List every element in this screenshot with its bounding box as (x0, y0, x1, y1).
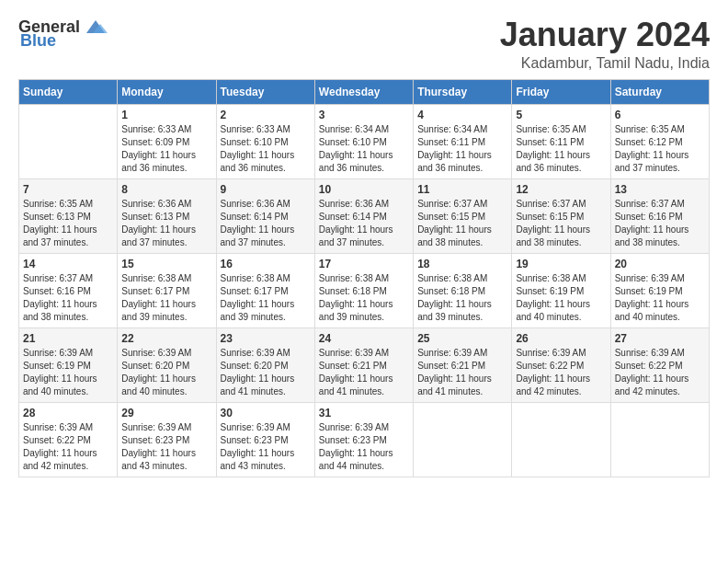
calendar-cell: 12Sunrise: 6:37 AMSunset: 6:15 PMDayligh… (512, 178, 610, 253)
calendar-cell: 23Sunrise: 6:39 AMSunset: 6:20 PMDayligh… (216, 327, 314, 402)
calendar-header-row: SundayMondayTuesdayWednesdayThursdayFrid… (19, 79, 710, 104)
logo-icon (82, 17, 109, 37)
calendar-header-cell: Friday (512, 79, 610, 104)
day-number: 11 (417, 183, 507, 196)
calendar-week-row: 1Sunrise: 6:33 AMSunset: 6:09 PMDaylight… (19, 104, 710, 178)
calendar-header-cell: Tuesday (216, 79, 314, 104)
calendar-cell: 15Sunrise: 6:38 AMSunset: 6:17 PMDayligh… (118, 253, 216, 327)
day-info: Sunrise: 6:37 AMSunset: 6:15 PMDaylight:… (417, 198, 507, 249)
day-number: 24 (319, 332, 409, 345)
day-number: 25 (417, 332, 507, 345)
day-number: 2 (221, 109, 311, 121)
calendar-cell (414, 402, 512, 477)
day-number: 3 (319, 109, 409, 121)
calendar-cell: 31Sunrise: 6:39 AMSunset: 6:23 PMDayligh… (314, 402, 413, 477)
logo-blue-text: Blue (20, 31, 56, 51)
day-info: Sunrise: 6:33 AMSunset: 6:10 PMDaylight:… (221, 123, 311, 175)
calendar-cell (19, 104, 118, 178)
day-info: Sunrise: 6:39 AMSunset: 6:22 PMDaylight:… (23, 421, 113, 473)
calendar-header-cell: Sunday (19, 79, 118, 104)
day-info: Sunrise: 6:38 AMSunset: 6:17 PMDaylight:… (121, 272, 211, 324)
calendar-cell: 29Sunrise: 6:39 AMSunset: 6:23 PMDayligh… (118, 402, 216, 477)
day-number: 31 (319, 407, 409, 419)
day-info: Sunrise: 6:39 AMSunset: 6:23 PMDaylight:… (121, 421, 211, 473)
calendar-cell: 13Sunrise: 6:37 AMSunset: 6:16 PMDayligh… (610, 178, 709, 253)
day-number: 23 (221, 332, 311, 345)
day-number: 30 (221, 407, 311, 419)
day-number: 14 (23, 258, 113, 270)
calendar-cell: 1Sunrise: 6:33 AMSunset: 6:09 PMDaylight… (118, 104, 216, 178)
calendar-cell: 8Sunrise: 6:36 AMSunset: 6:13 PMDaylight… (118, 178, 216, 253)
calendar-cell: 5Sunrise: 6:35 AMSunset: 6:11 PMDaylight… (512, 104, 610, 178)
calendar-cell: 20Sunrise: 6:39 AMSunset: 6:19 PMDayligh… (610, 253, 709, 327)
calendar-cell: 18Sunrise: 6:38 AMSunset: 6:18 PMDayligh… (414, 253, 512, 327)
calendar-cell: 11Sunrise: 6:37 AMSunset: 6:15 PMDayligh… (414, 178, 512, 253)
day-info: Sunrise: 6:37 AMSunset: 6:15 PMDaylight:… (516, 198, 606, 249)
day-info: Sunrise: 6:38 AMSunset: 6:18 PMDaylight:… (417, 272, 507, 324)
day-info: Sunrise: 6:39 AMSunset: 6:23 PMDaylight:… (221, 421, 311, 473)
day-info: Sunrise: 6:37 AMSunset: 6:16 PMDaylight:… (615, 198, 705, 249)
calendar-week-row: 21Sunrise: 6:39 AMSunset: 6:19 PMDayligh… (19, 327, 710, 402)
day-info: Sunrise: 6:38 AMSunset: 6:17 PMDaylight:… (221, 272, 311, 324)
day-info: Sunrise: 6:35 AMSunset: 6:13 PMDaylight:… (23, 198, 113, 249)
calendar-week-row: 7Sunrise: 6:35 AMSunset: 6:13 PMDaylight… (19, 178, 710, 253)
calendar-week-row: 14Sunrise: 6:37 AMSunset: 6:16 PMDayligh… (19, 253, 710, 327)
subtitle: Kadambur, Tamil Nadu, India (500, 55, 710, 72)
page: General Blue January 2024 Kadambur, Tami… (0, 0, 728, 563)
day-info: Sunrise: 6:37 AMSunset: 6:16 PMDaylight:… (23, 272, 113, 324)
calendar-cell: 21Sunrise: 6:39 AMSunset: 6:19 PMDayligh… (19, 327, 118, 402)
calendar-cell: 30Sunrise: 6:39 AMSunset: 6:23 PMDayligh… (216, 402, 314, 477)
day-info: Sunrise: 6:35 AMSunset: 6:12 PMDaylight:… (615, 123, 705, 175)
day-info: Sunrise: 6:39 AMSunset: 6:19 PMDaylight:… (615, 272, 705, 324)
day-info: Sunrise: 6:39 AMSunset: 6:23 PMDaylight:… (319, 421, 409, 473)
calendar-cell (512, 402, 610, 477)
header: General Blue January 2024 Kadambur, Tami… (18, 17, 710, 72)
day-info: Sunrise: 6:34 AMSunset: 6:10 PMDaylight:… (319, 123, 409, 175)
calendar-header-cell: Monday (118, 79, 216, 104)
day-info: Sunrise: 6:35 AMSunset: 6:11 PMDaylight:… (516, 123, 606, 175)
calendar-cell: 4Sunrise: 6:34 AMSunset: 6:11 PMDaylight… (414, 104, 512, 178)
day-info: Sunrise: 6:39 AMSunset: 6:19 PMDaylight:… (23, 347, 113, 398)
day-info: Sunrise: 6:38 AMSunset: 6:18 PMDaylight:… (319, 272, 409, 324)
calendar-cell: 9Sunrise: 6:36 AMSunset: 6:14 PMDaylight… (216, 178, 314, 253)
day-number: 29 (121, 407, 211, 419)
calendar-cell: 10Sunrise: 6:36 AMSunset: 6:14 PMDayligh… (314, 178, 413, 253)
day-number: 6 (615, 109, 705, 121)
day-number: 26 (516, 332, 606, 345)
day-info: Sunrise: 6:36 AMSunset: 6:13 PMDaylight:… (121, 198, 211, 249)
day-info: Sunrise: 6:39 AMSunset: 6:22 PMDaylight:… (615, 347, 705, 398)
day-info: Sunrise: 6:38 AMSunset: 6:19 PMDaylight:… (516, 272, 606, 324)
calendar-cell: 17Sunrise: 6:38 AMSunset: 6:18 PMDayligh… (314, 253, 413, 327)
calendar-cell: 19Sunrise: 6:38 AMSunset: 6:19 PMDayligh… (512, 253, 610, 327)
calendar-cell: 3Sunrise: 6:34 AMSunset: 6:10 PMDaylight… (314, 104, 413, 178)
title-block: January 2024 Kadambur, Tamil Nadu, India (500, 17, 710, 72)
calendar-cell: 26Sunrise: 6:39 AMSunset: 6:22 PMDayligh… (512, 327, 610, 402)
day-number: 10 (319, 183, 409, 196)
calendar-cell: 2Sunrise: 6:33 AMSunset: 6:10 PMDaylight… (216, 104, 314, 178)
calendar-cell: 16Sunrise: 6:38 AMSunset: 6:17 PMDayligh… (216, 253, 314, 327)
main-title: January 2024 (500, 17, 710, 53)
calendar-table: SundayMondayTuesdayWednesdayThursdayFrid… (18, 79, 710, 477)
day-number: 28 (23, 407, 113, 419)
day-number: 20 (615, 258, 705, 270)
day-info: Sunrise: 6:39 AMSunset: 6:21 PMDaylight:… (319, 347, 409, 398)
calendar-cell: 22Sunrise: 6:39 AMSunset: 6:20 PMDayligh… (118, 327, 216, 402)
day-number: 22 (121, 332, 211, 345)
calendar-week-row: 28Sunrise: 6:39 AMSunset: 6:22 PMDayligh… (19, 402, 710, 477)
day-info: Sunrise: 6:39 AMSunset: 6:20 PMDaylight:… (221, 347, 311, 398)
day-info: Sunrise: 6:39 AMSunset: 6:20 PMDaylight:… (121, 347, 211, 398)
calendar-cell: 25Sunrise: 6:39 AMSunset: 6:21 PMDayligh… (414, 327, 512, 402)
calendar-cell: 7Sunrise: 6:35 AMSunset: 6:13 PMDaylight… (19, 178, 118, 253)
calendar-cell: 28Sunrise: 6:39 AMSunset: 6:22 PMDayligh… (19, 402, 118, 477)
calendar-header-cell: Wednesday (314, 79, 413, 104)
day-number: 15 (121, 258, 211, 270)
calendar-cell: 24Sunrise: 6:39 AMSunset: 6:21 PMDayligh… (314, 327, 413, 402)
day-number: 21 (23, 332, 113, 345)
day-number: 16 (221, 258, 311, 270)
day-number: 9 (221, 183, 311, 196)
calendar-cell: 6Sunrise: 6:35 AMSunset: 6:12 PMDaylight… (610, 104, 709, 178)
day-info: Sunrise: 6:36 AMSunset: 6:14 PMDaylight:… (221, 198, 311, 249)
day-number: 12 (516, 183, 606, 196)
day-number: 7 (23, 183, 113, 196)
day-number: 4 (417, 109, 507, 121)
